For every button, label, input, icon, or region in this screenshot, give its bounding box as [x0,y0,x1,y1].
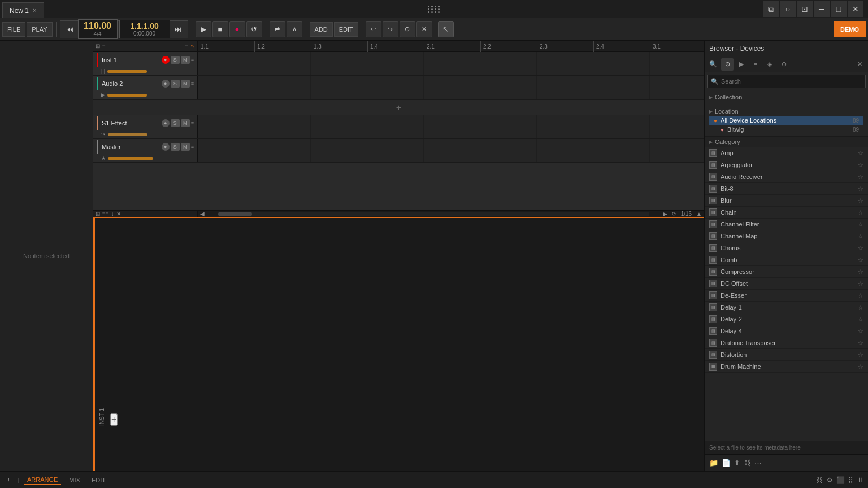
browser-folder-button[interactable]: 📁 [709,459,718,467]
undo-button[interactable]: ↩ [366,21,381,37]
star-delay1[interactable]: ☆ [858,304,863,311]
star-channel-map[interactable]: ☆ [858,233,863,240]
track-solo-audio2[interactable]: S [171,80,180,88]
bitwig-location-item[interactable]: ● Bitwig 89 [709,125,863,134]
star-bit8[interactable]: ☆ [858,185,863,193]
device-blur[interactable]: ▤ Blur ☆ [705,195,868,207]
all-device-locations-item[interactable]: ● All Device Locations 89 [709,116,863,125]
star-blur[interactable]: ☆ [858,197,863,204]
device-delay4[interactable]: ▤ Delay-4 ☆ [705,325,868,337]
star-channel-filter[interactable]: ☆ [858,221,863,228]
track-content-s1effect[interactable] [198,115,704,138]
device-chorus[interactable]: ▤ Chorus ☆ [705,242,868,254]
star-audio-receiver[interactable]: ☆ [858,173,863,181]
record-button[interactable]: ● [229,21,245,37]
click-button[interactable]: ∧ [287,21,302,37]
scroll-thumb[interactable] [218,212,252,216]
expand-tracks-button[interactable]: ▲ [694,211,704,217]
star-distortion[interactable]: ☆ [858,351,863,359]
star-amp[interactable]: ☆ [858,150,863,157]
track-volume-master[interactable] [108,157,153,160]
tempo-display[interactable]: 110.00 4/4 [78,19,118,39]
status-link-button[interactable]: ⛓ [817,476,823,484]
star-compressor[interactable]: ☆ [858,268,863,276]
track-volume-s1effect[interactable] [108,133,147,136]
device-comb[interactable]: ▤ Comb ☆ [705,254,868,266]
star-drum-machine[interactable]: ☆ [858,363,863,371]
track-mute-s1effect[interactable]: M [181,119,190,127]
star-chain[interactable]: ☆ [858,209,863,216]
device-distortion[interactable]: ▤ Distortion ☆ [705,349,868,361]
track-solo-master[interactable]: S [171,143,180,151]
add-track-button[interactable]: + [93,99,704,115]
stop-button[interactable]: ■ [212,21,228,37]
track-content-audio2[interactable] [198,76,704,99]
device-channel-map[interactable]: ▤ Channel Map ☆ [705,230,868,242]
track-mute-master[interactable]: M [181,143,190,151]
device-bit8[interactable]: ▤ Bit-8 ☆ [705,183,868,195]
track-mute-inst1[interactable]: M [181,56,190,64]
star-diatonic-transposer[interactable]: ☆ [858,339,863,347]
track-mute-audio2[interactable]: M [181,80,190,88]
browser-multisamples-button[interactable]: ⊕ [778,58,790,71]
play-button[interactable]: ▶ [196,21,211,37]
browser-export-button[interactable]: ⬆ [734,459,740,467]
collection-header[interactable]: ▶ Collection [709,93,863,102]
horizontal-scrollbar[interactable]: ⊞ ≡≡ ↓ ✕ ◀ ▶ ⟳ 1/16 ▲ [93,210,704,217]
edit-button[interactable]: EDIT [334,22,358,37]
browser-more-button[interactable]: ⋯ [754,459,762,467]
browser-samples-button[interactable]: ≡ [749,58,762,71]
category-header[interactable]: ▶ Category [705,137,868,147]
track-volume-inst1[interactable] [107,70,147,73]
file-button[interactable]: FILE [2,22,25,37]
maximize-button[interactable]: □ [831,1,847,17]
close-tab-button[interactable]: ✕ [32,7,37,14]
track-options-button[interactable]: ≡ [185,43,188,49]
redo-button[interactable]: ↪ [383,21,398,37]
notification-button[interactable]: ! [5,476,13,485]
browser-search-toggle[interactable]: 🔍 [707,58,719,71]
edit-view-button[interactable]: EDIT [88,476,109,485]
browser-devices-button[interactable]: ⊙ [721,58,734,71]
scroll-ctrl-2[interactable]: ≡≡ [102,211,109,217]
scroll-right-button[interactable]: ▶ [661,211,670,217]
device-delay1[interactable]: ▤ Delay-1 ☆ [705,302,868,313]
loop-button[interactable]: ↺ [246,21,262,37]
browser-chain-button[interactable]: ⛓ [744,459,751,467]
browser-presets-button[interactable]: ◈ [763,58,776,71]
track-solo-s1effect[interactable]: S [171,119,180,127]
cursor-select-button[interactable]: ↖ [190,43,195,49]
star-delay4[interactable]: ☆ [858,328,863,335]
list-view-button[interactable]: ≡ [102,43,106,49]
settings-button[interactable]: ○ [780,1,796,17]
add-button[interactable]: ADD [310,22,333,37]
scroll-ctrl-4[interactable]: ✕ [116,211,121,217]
close-button[interactable]: ✕ [848,1,863,17]
star-delay2[interactable]: ☆ [858,316,863,323]
play-mode-button[interactable]: PLAY [27,22,52,37]
add-instrument-button[interactable]: + [110,413,118,426]
track-menu-inst1[interactable]: ≡ [191,56,194,64]
device-audio-receiver[interactable]: ▤ Audio Receiver ☆ [705,171,868,183]
device-compressor[interactable]: ▤ Compressor ☆ [705,266,868,278]
track-content-master[interactable] [198,139,704,162]
scroll-track[interactable] [218,212,649,216]
star-arpeggiator[interactable]: ☆ [858,162,863,169]
track-rec-s1effect[interactable]: ● [162,119,170,127]
punch-button[interactable]: ⇌ [270,21,285,37]
grid-view-button[interactable]: ⊞ [96,43,100,49]
expand-button[interactable]: ⊡ [797,1,813,17]
track-menu-master[interactable]: ≡ [191,143,194,151]
device-delay2[interactable]: ▤ Delay-2 ☆ [705,313,868,325]
track-rec-audio2[interactable]: ● [162,80,170,88]
browser-file-button[interactable]: 📄 [722,459,731,467]
location-header[interactable]: ▶ Location [709,107,863,116]
status-expand-button[interactable]: ⬛ [836,476,845,484]
star-comb[interactable]: ☆ [858,256,863,264]
restore-button[interactable]: ⧉ [763,1,779,17]
clear-button[interactable]: ✕ [416,21,432,37]
track-menu-s1effect[interactable]: ≡ [191,119,194,127]
device-de-esser[interactable]: ▤ De-Esser ☆ [705,290,868,302]
demo-button[interactable]: DEMO [834,21,866,37]
search-input[interactable] [721,78,862,85]
